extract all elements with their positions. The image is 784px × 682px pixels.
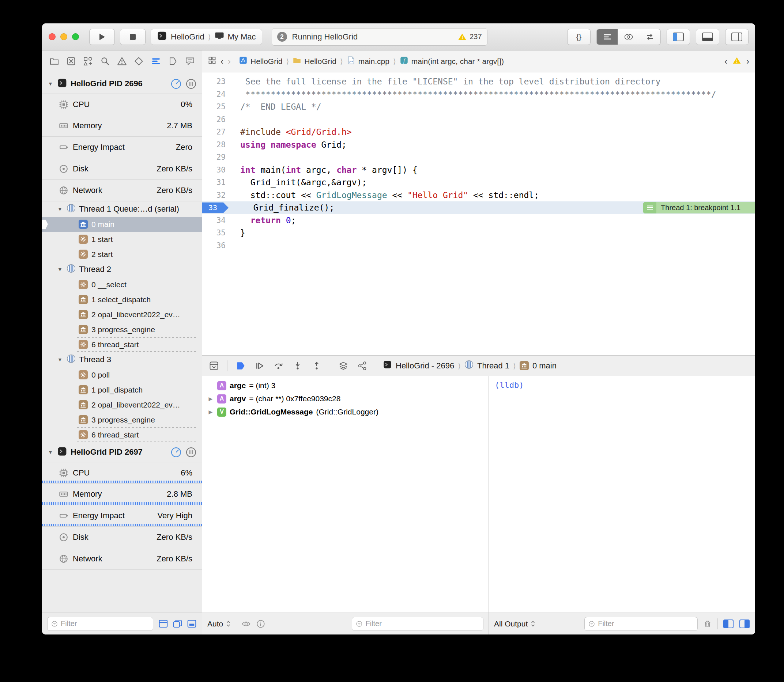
gauge-row-cpu[interactable]: CPU6% [42, 462, 202, 484]
line-number-gutter[interactable]: 34 [202, 216, 235, 225]
navigator-tab-breakpoints[interactable] [167, 55, 179, 67]
breakpoint-badge[interactable]: 33 [202, 202, 228, 213]
step-into-button[interactable] [292, 360, 303, 372]
version-editor-button[interactable] [639, 29, 660, 45]
thread-view-mode-button[interactable] [158, 619, 168, 628]
breakpoint-annotation[interactable]: Thread 1: breakpoint 1.1 [643, 202, 755, 214]
line-number-gutter[interactable]: 26 [202, 115, 235, 124]
process-row[interactable]: ▼HelloGrid PID 2697 [42, 442, 202, 462]
stack-frame-row[interactable]: 3 progress_engine [42, 412, 202, 427]
disclosure-triangle[interactable]: ▼ [57, 357, 63, 363]
code-line[interactable]: 26 [202, 113, 755, 126]
variables-filter-input[interactable] [365, 620, 479, 628]
variable-row[interactable]: Aargc= (int) 3 [202, 379, 489, 392]
disclosure-triangle[interactable]: ▼ [48, 81, 54, 87]
breadcrumb-item[interactable]: HelloGrid [292, 56, 337, 67]
line-number-gutter[interactable]: 27 [202, 127, 235, 136]
pause-process-button[interactable] [185, 447, 197, 458]
disclosure-triangle[interactable]: ▼ [57, 266, 63, 272]
line-number-gutter[interactable]: 32 [202, 191, 235, 199]
navigator-filter-field[interactable] [47, 617, 153, 631]
debug-jump-frame[interactable]: 0 main [532, 361, 557, 371]
disclosure-triangle[interactable]: ▶ [208, 396, 214, 402]
gauge-row-energy-impact[interactable]: Energy ImpactVery High [42, 505, 202, 527]
code-line[interactable]: 30int main(int argc, char * argv[]) { [202, 164, 755, 177]
stack-frame-row[interactable]: 0 main [42, 217, 202, 232]
hide-debug-area-button[interactable] [208, 360, 220, 372]
disclosure-triangle[interactable]: ▼ [48, 449, 54, 455]
variables-scope-selector[interactable]: Auto [208, 620, 231, 628]
line-number-gutter[interactable]: 35 [202, 228, 235, 237]
stacked-view-mode-button[interactable] [172, 619, 182, 628]
scheme-selector[interactable]: HelloGrid ⟩ My Mac [151, 29, 262, 45]
variable-row[interactable]: ▶Aargv= (char **) 0x7ffee9039c28 [202, 392, 489, 405]
thread-row[interactable]: ▼Thread 1 Queue:…d (serial) [42, 201, 202, 217]
stack-frame-row[interactable]: 1 poll_dispatch [42, 382, 202, 397]
assistant-editor-button[interactable] [618, 29, 639, 45]
variables-filter-field[interactable] [352, 617, 484, 631]
continue-button[interactable] [254, 360, 265, 372]
quick-look-button[interactable] [241, 619, 251, 629]
code-line[interactable]: 36 [202, 239, 755, 252]
debug-jump-thread[interactable]: Thread 1 [477, 361, 509, 371]
navigator-tab-source-control[interactable] [65, 55, 77, 67]
navigator-tab-tests[interactable] [133, 55, 145, 67]
go-back-button[interactable]: ‹ [220, 56, 224, 67]
gauge-row-disk[interactable]: DiskZero KB/s [42, 527, 202, 548]
navigator-tab-reports[interactable] [184, 55, 196, 67]
code-line[interactable]: 24 *************************************… [202, 88, 755, 101]
debug-memory-graph-button[interactable] [356, 360, 368, 372]
profile-process-button[interactable] [171, 447, 182, 458]
console-filter-field[interactable] [584, 617, 698, 631]
stack-frame-row[interactable]: 1 start [42, 232, 202, 247]
gauge-row-energy-impact[interactable]: Energy ImpactZero [42, 137, 202, 158]
toggle-debug-area-button[interactable] [696, 29, 719, 45]
disclosure-triangle[interactable]: ▶ [208, 409, 214, 415]
clear-console-button[interactable] [703, 619, 712, 629]
code-line[interactable]: 32 std::cout << GridLogMessage << "Hello… [202, 189, 755, 202]
gauge-row-disk[interactable]: DiskZero KB/s [42, 158, 202, 180]
related-items-icon[interactable] [208, 56, 216, 66]
filter-frames-button[interactable] [187, 619, 197, 628]
line-number-gutter[interactable]: 23 [202, 77, 235, 86]
minimize-window-button[interactable] [60, 33, 67, 40]
line-number-gutter[interactable]: 36 [202, 241, 235, 250]
close-window-button[interactable] [49, 33, 56, 40]
thread-row[interactable]: ▼Thread 2 [42, 262, 202, 277]
issues-summary-button[interactable]: 237 [458, 32, 482, 41]
standard-editor-button[interactable] [597, 29, 618, 45]
line-number-gutter[interactable]: 30 [202, 166, 235, 174]
line-number-gutter[interactable]: 28 [202, 140, 235, 149]
stop-button[interactable] [120, 29, 145, 45]
stack-frame-row[interactable]: 2 opal_libevent2022_ev… [42, 397, 202, 412]
thread-row[interactable]: ▼Thread 3 [42, 352, 202, 367]
code-line[interactable]: 23 See the full license in the file "LIC… [202, 75, 755, 88]
code-line[interactable]: 33 Grid_finalize();Thread 1: breakpoint … [202, 201, 755, 214]
line-number-gutter[interactable]: 31 [202, 178, 235, 187]
breadcrumb-item[interactable]: c++main.cpp [346, 56, 390, 67]
line-number-gutter[interactable]: 33 [202, 202, 237, 213]
console-scope-selector[interactable]: All Output [494, 620, 535, 628]
source-editor[interactable]: 23 See the full license in the file "LIC… [202, 72, 755, 355]
code-line[interactable]: 27#include <Grid/Grid.h> [202, 126, 755, 139]
gauge-row-memory[interactable]: Memory2.8 MB [42, 484, 202, 505]
toggle-inspector-button[interactable] [725, 29, 749, 45]
profile-process-button[interactable] [171, 78, 182, 89]
print-description-button[interactable] [256, 619, 265, 629]
navigator-tab-issues[interactable] [116, 55, 128, 67]
stack-frame-row[interactable]: 6 thread_start [42, 337, 202, 352]
stack-frame-row[interactable]: 1 select_dispatch [42, 292, 202, 307]
process-row[interactable]: ▼HelloGrid PID 2696 [42, 74, 202, 94]
breakpoints-toggle-button[interactable] [235, 360, 246, 372]
stack-frame-row[interactable]: 0 __select [42, 277, 202, 292]
step-over-button[interactable] [273, 360, 284, 372]
code-line[interactable]: 34 return 0; [202, 214, 755, 227]
stack-frame-row[interactable]: 0 poll [42, 367, 202, 382]
go-forward-button[interactable]: › [228, 56, 231, 67]
step-out-button[interactable] [311, 360, 323, 372]
previous-issue-button[interactable]: ‹ [724, 56, 727, 67]
zoom-window-button[interactable] [72, 33, 79, 40]
debug-view-hierarchy-button[interactable] [337, 360, 349, 372]
code-line[interactable]: 31 Grid_init(&argc,&argv); [202, 176, 755, 189]
line-number-gutter[interactable]: 29 [202, 153, 235, 161]
